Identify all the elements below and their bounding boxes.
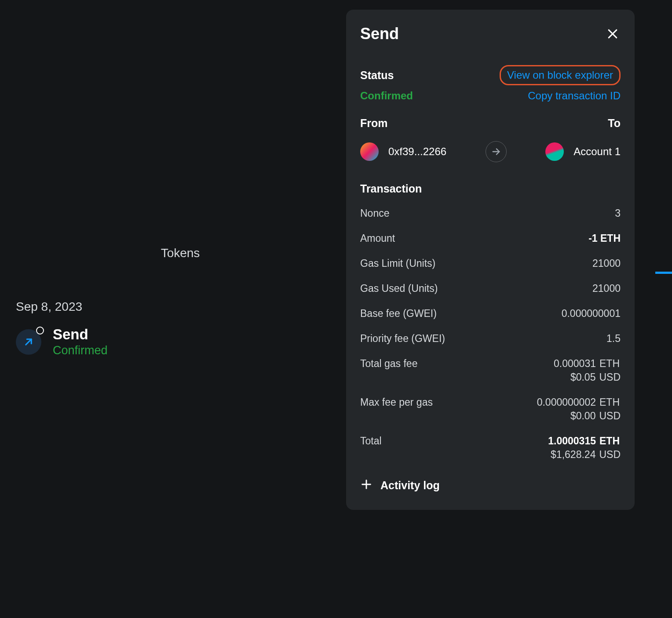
transaction-section-title: Transaction (360, 182, 621, 195)
to-address: Account 1 (573, 145, 621, 158)
row-max-fee: Max fee per gas 0.000000002ETH $0.00USD (360, 396, 621, 422)
to-account[interactable]: Account 1 (545, 142, 621, 161)
transaction-list-item[interactable]: Send Confirmed (0, 326, 343, 357)
plus-icon (360, 478, 373, 492)
activity-log-label: Activity log (380, 479, 440, 492)
priority-fee-value: 1.5 (606, 333, 621, 345)
gas-limit-value: 21000 (592, 258, 621, 269)
total-value: 1.0000315ETH $1,628.24USD (548, 435, 621, 461)
panel-header: Send (360, 25, 621, 43)
gas-used-label: Gas Used (Units) (360, 283, 438, 294)
status-value-row: Confirmed Copy transaction ID (360, 90, 621, 102)
network-badge (36, 327, 44, 334)
total-gas-fee-label: Total gas fee (360, 358, 417, 370)
from-to-header: From To (360, 117, 621, 130)
accent-bar (655, 272, 672, 274)
from-account[interactable]: 0xf39...2266 (360, 142, 446, 161)
from-label: From (360, 117, 388, 130)
from-avatar (360, 142, 379, 161)
from-address: 0xf39...2266 (388, 145, 446, 158)
nonce-label: Nonce (360, 207, 389, 219)
gas-limit-label: Gas Limit (Units) (360, 258, 435, 269)
base-fee-label: Base fee (GWEI) (360, 308, 437, 320)
from-to-row: 0xf39...2266 Account 1 (360, 141, 621, 162)
amount-value: -1 ETH (588, 233, 621, 244)
svg-line-0 (26, 339, 32, 345)
to-label: To (608, 117, 621, 130)
total-label: Total (360, 435, 382, 447)
status-label: Status (360, 69, 394, 82)
arrow-right-icon (486, 141, 507, 162)
base-fee-value: 0.000000001 (562, 308, 621, 320)
close-button[interactable] (605, 26, 621, 42)
max-fee-value: 0.000000002ETH $0.00USD (537, 396, 621, 422)
copy-transaction-id-link[interactable]: Copy transaction ID (528, 90, 621, 102)
date-header: Sep 8, 2023 (0, 300, 343, 314)
main-content: Tokens Sep 8, 2023 Send Confirmed (0, 0, 343, 618)
row-amount: Amount -1 ETH (360, 233, 621, 244)
send-icon (16, 329, 41, 355)
nonce-value: 3 (615, 207, 621, 219)
row-gas-used: Gas Used (Units) 21000 (360, 283, 621, 294)
row-gas-limit: Gas Limit (Units) 21000 (360, 258, 621, 269)
activity-log-toggle[interactable]: Activity log (360, 478, 621, 492)
row-priority-fee: Priority fee (GWEI) 1.5 (360, 333, 621, 345)
gas-used-value: 21000 (592, 283, 621, 294)
tokens-tab-label[interactable]: Tokens (0, 246, 343, 260)
transaction-detail-panel: Send Status View on block explorer Confi… (346, 10, 635, 510)
row-total-gas-fee: Total gas fee 0.000031ETH $0.05USD (360, 358, 621, 383)
panel-title: Send (360, 25, 399, 43)
priority-fee-label: Priority fee (GWEI) (360, 333, 445, 345)
total-gas-fee-value: 0.000031ETH $0.05USD (554, 358, 621, 383)
transaction-info: Send Confirmed (53, 326, 108, 357)
status-header-row: Status View on block explorer (360, 65, 621, 85)
max-fee-label: Max fee per gas (360, 396, 433, 408)
row-nonce: Nonce 3 (360, 207, 621, 219)
row-base-fee: Base fee (GWEI) 0.000000001 (360, 308, 621, 320)
amount-label: Amount (360, 233, 395, 244)
status-confirmed: Confirmed (360, 90, 413, 102)
row-total: Total 1.0000315ETH $1,628.24USD (360, 435, 621, 461)
transaction-status: Confirmed (53, 344, 108, 357)
transaction-title: Send (53, 326, 108, 343)
view-on-block-explorer-link[interactable]: View on block explorer (500, 65, 621, 85)
to-avatar (545, 142, 564, 161)
